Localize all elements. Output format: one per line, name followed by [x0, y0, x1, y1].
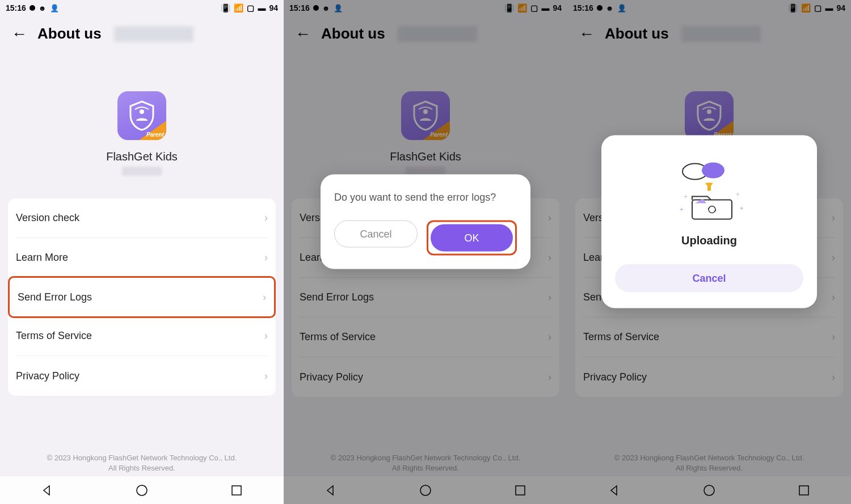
upload-title: Uploading [615, 234, 803, 247]
status-time: 15:16 [573, 3, 593, 12]
chevron-right-icon: › [264, 212, 268, 224]
app-icon-parent-label: Parent [430, 132, 448, 138]
upload-illustration: + + ✦ ✦ [615, 155, 803, 223]
svg-rect-5 [516, 486, 525, 495]
svg-point-1 [137, 485, 147, 495]
chevron-right-icon: › [832, 371, 835, 383]
nav-back-button[interactable] [40, 484, 54, 497]
back-button[interactable]: ← [11, 26, 27, 42]
back-button[interactable]: ← [579, 26, 595, 42]
menu-send-error-logs[interactable]: Send Error Logs › [8, 276, 276, 318]
menu: Version check › Learn More › Send Error … [8, 198, 276, 396]
battery-icon: ▬ [825, 3, 833, 12]
status-person-icon: 👤 [334, 4, 343, 12]
footer-line2: All Rights Reserved. [6, 463, 278, 473]
dialog-message: Do you want to send the error logs? [334, 192, 517, 204]
chevron-right-icon: › [548, 331, 551, 343]
svg-text:+: + [736, 190, 740, 198]
svg-point-10 [702, 163, 724, 179]
cancel-upload-button[interactable]: Cancel [615, 264, 803, 293]
chevron-right-icon: › [548, 371, 551, 383]
nav-home-button[interactable] [419, 484, 432, 497]
menu-send-error-logs[interactable]: Send Error Logs › [300, 278, 551, 317]
menu-label: Send Error Logs [18, 291, 92, 303]
status-face-icon: ☻ [322, 4, 330, 12]
header-blur-placeholder [398, 26, 477, 42]
screen-about-us: 15:16 ☻ 👤 📳 📶 ▢ ▬ 94 ← About us Parent [0, 0, 284, 504]
nav-recent-button[interactable] [513, 484, 527, 497]
chevron-right-icon: › [548, 252, 551, 264]
app-icon-parent-label: Parent [146, 132, 164, 138]
app-icon: Parent [685, 91, 734, 140]
menu-label: Privacy Policy [583, 371, 647, 383]
battery-icon: ▬ [258, 3, 266, 12]
nav-home-button[interactable] [135, 484, 149, 497]
svg-point-0 [140, 109, 144, 114]
cancel-button[interactable]: Cancel [334, 221, 418, 248]
screen-uploading-dialog: 15:16 ☻ 👤 📳 📶 ▢ ▬ 94 ← About us Parent [567, 0, 851, 504]
footer-line2: All Rights Reserved. [573, 463, 845, 473]
footer-line2: All Rights Reserved. [289, 463, 562, 473]
menu-learn-more[interactable]: Learn More › [16, 238, 268, 278]
nav-back-button[interactable] [608, 484, 621, 497]
dialog-buttons: Cancel OK [334, 221, 517, 256]
nav-back-button[interactable] [324, 484, 338, 497]
page-title: About us [605, 25, 669, 43]
svg-text:+: + [684, 193, 688, 201]
nav-recent-button[interactable] [230, 484, 243, 497]
header: ← About us [284, 16, 567, 52]
nav-bar [284, 476, 567, 504]
menu-terms[interactable]: Terms of Service › [583, 317, 835, 357]
wifi-icon: 📶 [234, 3, 243, 12]
app-icon: Parent [117, 91, 166, 140]
vibrate-icon: 📳 [504, 3, 514, 12]
svg-point-7 [704, 485, 714, 495]
nav-home-button[interactable] [702, 484, 716, 497]
back-button[interactable]: ← [295, 26, 311, 42]
footer: © 2023 Hongkong FlashGet Network Technol… [284, 448, 567, 476]
nav-bar [567, 476, 851, 504]
menu-version-check[interactable]: Version check › [16, 198, 268, 238]
battery-percent: 94 [836, 3, 845, 12]
chevron-right-icon: › [264, 330, 268, 342]
menu-terms[interactable]: Terms of Service › [16, 316, 268, 356]
app-version-blur [122, 167, 162, 176]
header: ← About us [567, 16, 851, 52]
footer-line1: © 2023 Hongkong FlashGet Network Technol… [289, 453, 562, 463]
svg-point-3 [423, 109, 428, 114]
content-area: Parent FlashGet Kids Version check › Lea… [0, 52, 284, 448]
menu-terms[interactable]: Terms of Service › [300, 317, 551, 357]
wifi-icon: 📶 [801, 3, 811, 12]
vibrate-icon: 📳 [221, 3, 230, 12]
chevron-right-icon: › [264, 370, 268, 382]
status-dot-icon [597, 5, 603, 11]
battery-percent: 94 [269, 3, 278, 12]
app-icon: Parent [401, 91, 450, 140]
battery-percent: 94 [553, 3, 562, 12]
chevron-right-icon: › [832, 252, 835, 264]
svg-rect-11 [707, 183, 711, 191]
menu-label: Learn More [16, 252, 68, 264]
status-dot-icon [313, 5, 319, 11]
menu-privacy[interactable]: Privacy Policy › [16, 356, 268, 396]
chevron-right-icon: › [832, 291, 835, 303]
header: ← About us [0, 16, 284, 52]
footer: © 2023 Hongkong FlashGet Network Technol… [567, 448, 851, 476]
chevron-right-icon: › [548, 212, 551, 224]
menu-privacy[interactable]: Privacy Policy › [583, 357, 835, 397]
svg-rect-2 [232, 486, 241, 495]
menu-label: Send Error Logs [300, 291, 374, 303]
status-person-icon: 👤 [50, 4, 59, 12]
status-time: 15:16 [6, 3, 26, 12]
svg-rect-8 [799, 486, 808, 495]
nav-recent-button[interactable] [797, 484, 811, 497]
vibrate-icon: 📳 [788, 3, 798, 12]
menu-privacy[interactable]: Privacy Policy › [300, 357, 551, 397]
status-dot-icon [30, 5, 35, 11]
upload-dialog: + + ✦ ✦ Uploading Cancel [601, 135, 817, 308]
confirm-dialog: Do you want to send the error logs? Canc… [321, 175, 530, 269]
ok-button[interactable]: OK [431, 225, 513, 252]
ok-button-highlight: OK [427, 221, 517, 256]
menu-label: Privacy Policy [300, 371, 363, 383]
page-title: About us [37, 25, 102, 43]
